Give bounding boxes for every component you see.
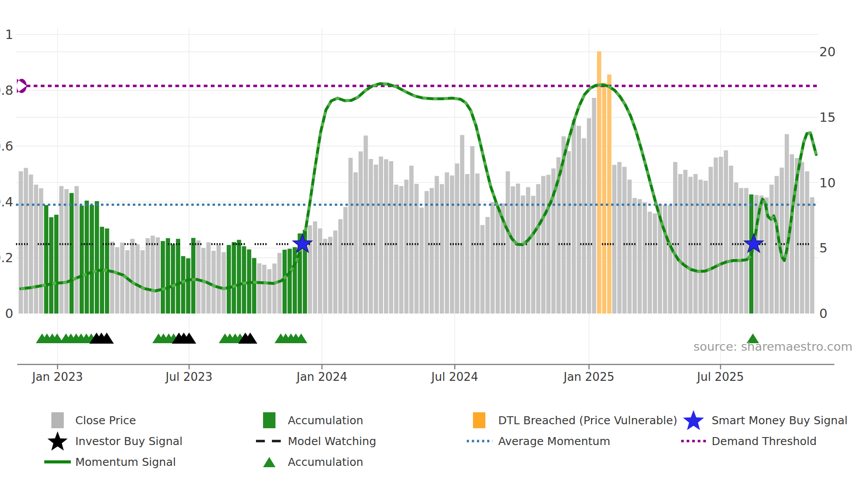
close-price-bar — [364, 136, 368, 314]
close-price-bar — [24, 168, 28, 314]
accumulation-bar — [44, 205, 49, 314]
accumulation-bar — [186, 258, 190, 314]
accumulation-bar — [49, 217, 54, 314]
close-price-bar — [744, 188, 748, 314]
right-axis-label: 10 — [819, 175, 836, 190]
accumulation-bar — [287, 249, 292, 314]
close-price-bar — [196, 240, 201, 314]
dtl-breached-bar — [597, 51, 601, 314]
close-price-bar — [272, 263, 277, 314]
close-price-bar — [257, 263, 262, 314]
accumulation-bar — [80, 205, 84, 314]
close-price-bar — [724, 151, 728, 314]
close-price-bar — [739, 188, 744, 314]
close-price-bar — [688, 177, 693, 314]
close-price-bar — [577, 126, 581, 314]
close-price-bar — [221, 252, 226, 314]
close-price-bar — [506, 171, 510, 314]
source-note: source: sharemaestro.com — [694, 340, 852, 353]
x-axis-label: Jan 2025 — [563, 370, 615, 383]
close-price-bar — [404, 180, 409, 314]
accumulation-bar — [232, 242, 236, 314]
close-price-bar — [353, 172, 358, 314]
close-price-bar — [374, 165, 378, 314]
legend-momentum-signal: Momentum Signal — [75, 456, 176, 469]
close-price-bar — [617, 162, 622, 314]
accumulation-bar — [90, 205, 94, 314]
close-price-bar — [653, 213, 657, 314]
close-price-bar — [785, 134, 789, 314]
close-price-bar — [668, 205, 672, 314]
close-price-bar — [136, 244, 140, 314]
close-price-bar — [698, 180, 703, 314]
legend-accumulation-triangle: Accumulation — [288, 456, 363, 469]
x-axis-label: Jan 2023 — [31, 370, 83, 383]
close-price-bar — [120, 243, 124, 314]
close-price-bar — [146, 238, 150, 314]
dtl-breached-swatch — [473, 412, 485, 428]
close-price-bar — [140, 250, 145, 314]
close-price-bar — [612, 165, 616, 314]
close-price-bar — [714, 158, 718, 314]
close-price-bar — [440, 184, 444, 314]
accumulation-bar — [161, 241, 165, 314]
close-price-bar — [338, 219, 343, 314]
close-price-bar — [425, 191, 429, 314]
close-price-bar — [729, 166, 733, 314]
accumulation-bar — [237, 240, 241, 314]
accumulation-bar — [181, 256, 186, 314]
accumulation-bar — [227, 245, 231, 314]
right-axis-label: 15 — [819, 110, 836, 125]
close-price-bar — [328, 237, 333, 314]
dtl-breached-bar — [607, 74, 612, 314]
right-axis-label: 5 — [819, 240, 827, 256]
right-axis-label: 0 — [819, 306, 827, 321]
demand-threshold-start-diamond — [17, 79, 27, 93]
stock-momentum-chart: Jan 2023Jul 2023Jan 2024Jul 2024Jan 2025… — [0, 0, 868, 488]
close-price-bar — [430, 188, 434, 314]
close-price-bar — [622, 167, 627, 314]
close-price-bar — [39, 188, 43, 314]
left-axis-label: 0.6 — [0, 139, 13, 154]
close-price-bar — [125, 250, 130, 314]
close-price-bar — [516, 184, 520, 314]
close-price-bar — [566, 151, 571, 314]
close-price-bar — [496, 206, 500, 314]
close-price-bar — [369, 159, 373, 314]
close-price-bar — [267, 269, 272, 314]
left-axis-label: 0.2 — [0, 250, 13, 265]
x-axis-label: Jul 2023 — [165, 370, 213, 383]
close-price-bar — [212, 251, 216, 314]
close-price-bar — [734, 182, 738, 314]
close-price-bar — [64, 189, 69, 314]
close-price-bar — [531, 196, 535, 314]
dtl-breached-bar — [602, 83, 607, 314]
close-price-bar — [663, 205, 667, 314]
left-axis-label: 0 — [5, 306, 13, 321]
accumulation-bar — [252, 258, 256, 314]
close-price-bar — [151, 236, 155, 314]
legend-close-price: Close Price — [75, 414, 136, 427]
close-price-bar — [491, 202, 495, 314]
close-price-bar — [110, 242, 114, 314]
close-price-bar — [480, 225, 485, 314]
close-price-bar — [455, 163, 459, 314]
legend-smart-money: Smart Money Buy Signal — [712, 414, 848, 427]
right-axis-label: 20 — [819, 44, 836, 59]
legend-dtl-breached: DTL Breached (Price Vulnerable) — [498, 414, 677, 427]
close-price-bar — [470, 146, 475, 314]
close-price-bar — [800, 162, 804, 314]
x-axis-label: Jul 2024 — [430, 370, 478, 383]
accumulation-bar — [54, 215, 58, 314]
close-price-bar — [536, 184, 541, 314]
accumulation-bar — [85, 201, 89, 314]
accumulation-bar — [283, 250, 287, 314]
close-price-bar — [409, 166, 414, 314]
close-price-bar — [389, 161, 393, 314]
close-price-bar — [313, 221, 318, 314]
legend-accumulation: Accumulation — [288, 414, 363, 427]
close-price-bar — [419, 208, 424, 314]
close-price-bar — [29, 174, 33, 314]
accumulation-bar — [70, 193, 74, 314]
legend-demand-threshold: Demand Threshold — [712, 435, 817, 448]
